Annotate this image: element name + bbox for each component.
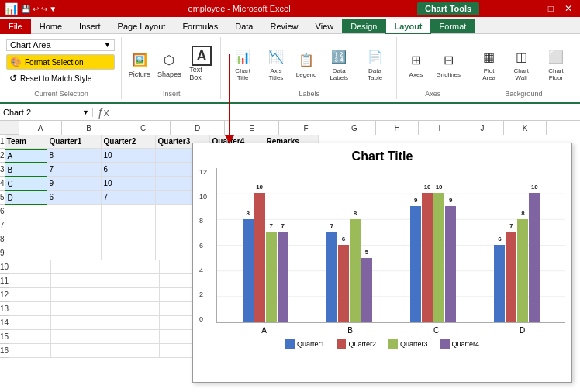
row-header-13[interactable]: 13 [0,302,9,316]
col-header-c[interactable]: C [116,121,171,135]
function-icon: ƒx [93,106,114,119]
plot-area-icon: ▦ [478,46,500,67]
window-title: employee - Microsoft Excel [61,4,417,13]
cell-b3[interactable]: 7 [47,163,102,177]
labels-group: 📊 Chart Title 📉 Axis Titles 📋 Legend 🔢 D… [223,37,397,99]
shapes-button[interactable]: ⬡ Shapes [155,46,185,81]
col-header-f[interactable]: F [279,121,333,135]
cell-b1[interactable]: Quarter1 [47,135,102,149]
reset-icon: ↺ [9,73,17,84]
row-header-16[interactable]: 16 [0,344,9,358]
x-label-c: C [393,326,479,335]
bar-rect [494,245,505,322]
col-header-a[interactable]: A [19,121,62,135]
cell-c3[interactable]: 6 [102,163,156,177]
cell-c1[interactable]: Quarter2 [102,135,156,149]
quick-access: 💾 ↩ ↪ ▼ [21,5,57,13]
tab-page-layout[interactable]: Page Layout [109,19,174,33]
chart-floor-button[interactable]: ⬜ Chart Floor [539,43,573,84]
chart-container[interactable]: Chart Title 0 2 4 6 8 10 12 [192,143,572,383]
cell-a9[interactable] [5,246,47,260]
tab-layout[interactable]: Layout [385,19,430,34]
bar-b-q2: 6 [338,245,349,322]
formula-input[interactable] [114,108,580,117]
ribbon: Chart Area ▼ 🎨 Format Selection ↺ Reset … [0,34,580,104]
bar-group-c: 9 10 10 9 [410,193,456,322]
cell-b2[interactable]: 8 [47,149,102,163]
window-buttons[interactable]: ─ □ ✕ [526,3,580,14]
tab-formulas[interactable]: Formulas [174,19,226,33]
row-header-14[interactable]: 14 [0,316,9,330]
row-header-12[interactable]: 12 [0,288,9,302]
cell-a1[interactable]: Team [5,135,47,149]
cell-b4[interactable]: 9 [47,177,102,191]
cell-a6[interactable] [5,205,47,218]
gridlines-icon: ⊟ [437,50,459,71]
cell-a7[interactable] [5,218,47,232]
insert-buttons: 🖼️ Picture ⬡ Shapes A Text Box [126,39,218,88]
axis-titles-button[interactable]: 📉 Axis Titles [261,43,292,84]
chart-wall-button[interactable]: ◫ Chart Wall [505,43,537,84]
bar-rect [433,193,444,322]
tab-design[interactable]: Design [342,19,385,33]
cell-b5[interactable]: 6 [47,191,102,205]
text-box-button[interactable]: A Text Box [185,43,217,84]
legend-swatch-q4 [440,339,450,349]
cell-a3[interactable]: B [5,163,47,177]
col-header-e[interactable]: E [225,121,279,135]
row-header-11[interactable]: 11 [0,274,9,288]
cell-a8[interactable] [5,232,47,246]
chart-title-button[interactable]: 📊 Chart Title [227,43,259,84]
tab-home[interactable]: Home [31,19,71,33]
cell-a5[interactable]: D [5,191,47,205]
tab-data[interactable]: Data [226,19,261,33]
close-btn[interactable]: ✕ [560,3,577,14]
col-header-d[interactable]: D [171,121,225,135]
name-box[interactable]: Chart 2 ▼ [0,108,93,117]
legend-button[interactable]: 📋 Legend [293,47,319,81]
col-header-g[interactable]: G [333,121,376,135]
col-header-h[interactable]: H [376,121,419,135]
data-table-button[interactable]: 📄 Data Table [358,43,391,84]
legend-label-q2: Quarter2 [348,340,376,348]
bar-a-q4: 7 [278,232,288,322]
tab-file[interactable]: File [0,19,31,34]
bar-d-q2: 7 [506,232,516,322]
name-box-dropdown-icon[interactable]: ▼ [82,108,89,116]
cell-c4[interactable]: 10 [102,177,156,191]
cell-c2[interactable]: 10 [102,149,156,163]
tab-view[interactable]: View [307,19,343,33]
maximize-btn[interactable]: □ [544,3,558,14]
current-selection-group: Chart Area ▼ 🎨 Format Selection ↺ Reset … [2,37,122,99]
bar-b-q3: 8 [350,219,361,322]
axes-button[interactable]: ⊞ Axes [401,47,430,81]
bar-a-q3: 7 [266,232,277,322]
current-selection-controls: Chart Area ▼ 🎨 Format Selection ↺ Reset … [6,39,116,88]
cell-a4[interactable]: C [5,177,47,191]
row-header-15[interactable]: 15 [0,330,9,344]
background-group: ▦ Plot Area ◫ Chart Wall ⬜ Chart Floor B… [470,37,578,99]
col-header-k[interactable]: K [504,121,547,135]
cell-c5[interactable]: 7 [102,191,156,205]
gridlines-button[interactable]: ⊟ Gridlines [432,47,464,81]
chart-plot-area: 8 10 7 7 [216,168,565,323]
col-header-j[interactable]: J [461,121,504,135]
col-header-b[interactable]: B [62,121,116,135]
tab-insert[interactable]: Insert [71,19,109,33]
tab-format[interactable]: Format [431,19,475,33]
col-header-i[interactable]: I [419,121,461,135]
minimize-btn[interactable]: ─ [526,3,542,14]
chart-area-dropdown[interactable]: Chart Area ▼ [6,39,115,51]
picture-button[interactable]: 🖼️ Picture [126,46,153,81]
tab-review[interactable]: Review [261,19,306,33]
format-selection-button[interactable]: 🎨 Format Selection [6,54,115,70]
bar-b-q1: 7 [326,232,337,322]
plot-area-button[interactable]: ▦ Plot Area [475,43,504,84]
row-header-10[interactable]: 10 [0,260,9,274]
cell-a2[interactable]: A [5,149,47,163]
chart-tools-label: Chart Tools [417,2,479,15]
chart-wall-icon: ◫ [510,46,532,67]
data-labels-button[interactable]: 🔢 Data Labels [321,43,357,84]
legend-label-q4: Quarter4 [452,340,480,348]
reset-style-button[interactable]: ↺ Reset to Match Style [6,71,115,85]
